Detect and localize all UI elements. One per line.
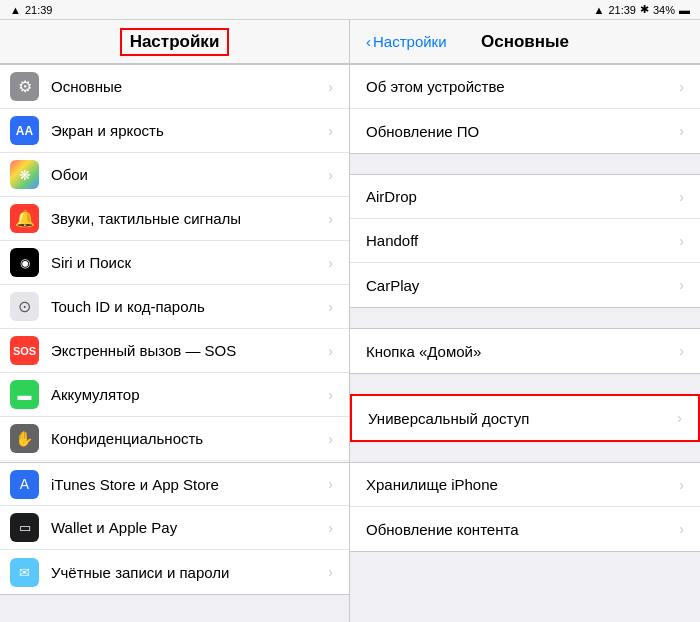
battery-icon-item: ▬ (10, 380, 39, 409)
wallpaper-chevron: › (328, 167, 333, 183)
gap-1 (350, 154, 700, 174)
accounts-icon: ✉ (10, 558, 39, 587)
left-settings-list[interactable]: ⚙ Основные › AA Экран и яркость › ❋ (0, 64, 349, 622)
settings-item-wallpaper[interactable]: ❋ Обои › (0, 153, 349, 197)
settings-item-display[interactable]: AA Экран и яркость › (0, 109, 349, 153)
touchid-icon: ⊙ (10, 292, 39, 321)
right-nav-title: Основные (481, 32, 569, 52)
battery-icon: ▬ (679, 4, 690, 16)
right-group-3: Кнопка «Домой» › (350, 328, 700, 374)
general-icon: ⚙ (10, 72, 39, 101)
right-nav-header: ‹ Настройки Основные (350, 20, 700, 64)
gap-4 (350, 442, 700, 462)
main-container: Настройки ⚙ Основные › AA Экран и яркост… (0, 20, 700, 622)
privacy-label: Конфиденциальность (51, 430, 328, 447)
wallpaper-label: Обои (51, 166, 328, 183)
right-item-accessibility[interactable]: Универсальный доступ › (352, 396, 698, 440)
appstore-label: iTunes Store и App Store (51, 476, 328, 493)
settings-item-siri[interactable]: ◉ Siri и Поиск › (0, 241, 349, 285)
right-airdrop-label: AirDrop (366, 188, 679, 205)
battery-chevron: › (328, 387, 333, 403)
touchid-chevron: › (328, 299, 333, 315)
siri-label: Siri и Поиск (51, 254, 328, 271)
wallet-label: Wallet и Apple Pay (51, 519, 328, 536)
general-label: Основные (51, 78, 328, 95)
settings-item-accounts[interactable]: ✉ Учётные записи и пароли › (0, 550, 349, 594)
time-left: 21:39 (25, 4, 53, 16)
general-chevron: › (328, 79, 333, 95)
right-update-label: Обновление ПО (366, 123, 679, 140)
right-item-bgrefresh[interactable]: Обновление контента › (350, 507, 700, 551)
appstore-chevron: › (328, 476, 333, 492)
status-right: ▲ 21:39 ✱ 34% ▬ (594, 3, 690, 16)
privacy-icon: ✋ (10, 424, 39, 453)
gap-3 (350, 374, 700, 394)
sos-label: Экстренный вызов — SOS (51, 342, 328, 359)
right-item-carplay[interactable]: CarPlay › (350, 263, 700, 307)
sounds-label: Звуки, тактильные сигналы (51, 210, 328, 227)
right-accessibility-chevron: › (677, 410, 682, 426)
right-bgrefresh-chevron: › (679, 521, 684, 537)
right-nav-back-label: Настройки (373, 33, 447, 50)
right-item-homebutton[interactable]: Кнопка «Домой» › (350, 329, 700, 373)
settings-item-sos[interactable]: SOS Экстренный вызов — SOS › (0, 329, 349, 373)
battery-label: Аккумулятор (51, 386, 328, 403)
display-label: Экран и яркость (51, 122, 328, 139)
sounds-chevron: › (328, 211, 333, 227)
settings-item-touchid[interactable]: ⊙ Touch ID и код-пароль › (0, 285, 349, 329)
signal-icon: ▲ (594, 4, 605, 16)
settings-item-appstore[interactable]: A iTunes Store и App Store › (0, 462, 349, 506)
right-storage-label: Хранилище iPhone (366, 476, 679, 493)
display-icon: AA (10, 116, 39, 145)
right-bgrefresh-label: Обновление контента (366, 521, 679, 538)
right-handoff-chevron: › (679, 233, 684, 249)
right-nav-back[interactable]: ‹ Настройки (366, 33, 447, 50)
settings-item-battery[interactable]: ▬ Аккумулятор › (0, 373, 349, 417)
gap-2 (350, 308, 700, 328)
right-homebutton-label: Кнопка «Домой» (366, 343, 679, 360)
right-item-handoff[interactable]: Handoff › (350, 219, 700, 263)
settings-item-wallet[interactable]: ▭ Wallet и Apple Pay › (0, 506, 349, 550)
right-pane: ‹ Настройки Основные Об этом устройстве … (350, 20, 700, 622)
accounts-chevron: › (328, 564, 333, 580)
settings-item-privacy[interactable]: ✋ Конфиденциальность › (0, 417, 349, 461)
privacy-chevron: › (328, 431, 333, 447)
right-group-1: Об этом устройстве › Обновление ПО › (350, 64, 700, 154)
wallet-icon: ▭ (10, 513, 39, 542)
status-left: ▲ 21:39 (10, 4, 52, 16)
right-airdrop-chevron: › (679, 189, 684, 205)
right-item-update[interactable]: Обновление ПО › (350, 109, 700, 153)
sos-icon: SOS (10, 336, 39, 365)
right-item-about[interactable]: Об этом устройстве › (350, 65, 700, 109)
sos-chevron: › (328, 343, 333, 359)
left-nav-title: Настройки (120, 28, 230, 56)
right-accessibility-label: Универсальный доступ (368, 410, 677, 427)
accounts-label: Учётные записи и пароли (51, 564, 328, 581)
right-storage-chevron: › (679, 477, 684, 493)
wallpaper-icon: ❋ (10, 160, 39, 189)
right-item-storage[interactable]: Хранилище iPhone › (350, 463, 700, 507)
right-item-airdrop[interactable]: AirDrop › (350, 175, 700, 219)
bluetooth-icon: ✱ (640, 3, 649, 16)
settings-item-general[interactable]: ⚙ Основные › (0, 65, 349, 109)
right-about-chevron: › (679, 79, 684, 95)
settings-item-sounds[interactable]: 🔔 Звуки, тактильные сигналы › (0, 197, 349, 241)
sounds-icon: 🔔 (10, 204, 39, 233)
wifi-icon: ▲ (10, 4, 21, 16)
left-settings-group: ⚙ Основные › AA Экран и яркость › ❋ (0, 64, 349, 595)
right-about-label: Об этом устройстве (366, 78, 679, 95)
right-settings-list[interactable]: Об этом устройстве › Обновление ПО › Air… (350, 64, 700, 622)
siri-chevron: › (328, 255, 333, 271)
right-group-4: Универсальный доступ › (350, 394, 700, 442)
time-right: 21:39 (608, 4, 636, 16)
back-chevron-icon: ‹ (366, 33, 371, 50)
wallet-chevron: › (328, 520, 333, 536)
right-handoff-label: Handoff (366, 232, 679, 249)
left-pane: Настройки ⚙ Основные › AA Экран и яркост… (0, 20, 350, 622)
right-group-5: Хранилище iPhone › Обновление контента › (350, 462, 700, 552)
right-carplay-label: CarPlay (366, 277, 679, 294)
siri-icon: ◉ (10, 248, 39, 277)
right-update-chevron: › (679, 123, 684, 139)
left-nav-header: Настройки (0, 20, 349, 64)
right-group-2: AirDrop › Handoff › CarPlay › (350, 174, 700, 308)
